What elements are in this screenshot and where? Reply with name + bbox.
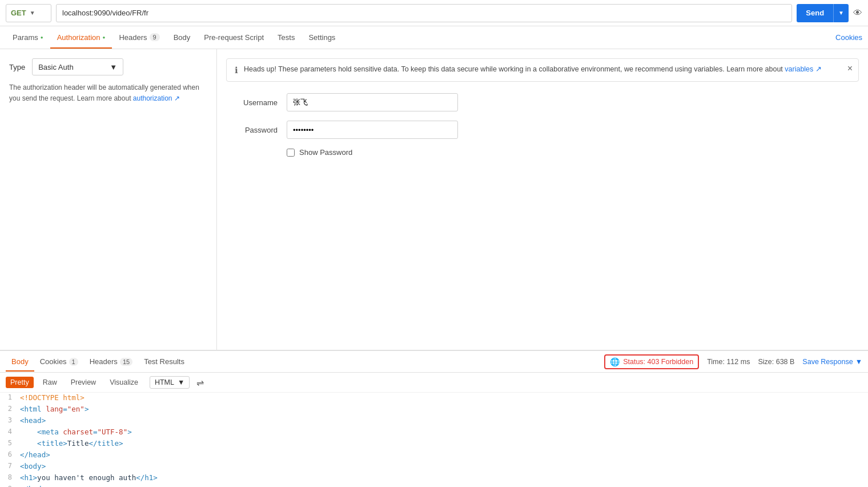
bottom-tab-cookies-label: Cookies [40, 357, 67, 366]
close-banner-button[interactable]: × [847, 63, 853, 74]
line-code-8: <h1>you haven't enough auth</h1> [20, 473, 868, 484]
tab-params-label: Params [13, 33, 38, 42]
format-tab-pretty-label: Pretty [10, 378, 29, 386]
format-tab-preview-label: Preview [71, 378, 96, 386]
format-select[interactable]: HTML ▼ [150, 376, 190, 389]
tab-settings[interactable]: Settings [302, 27, 342, 49]
send-label: Send [797, 9, 833, 17]
bottom-tab-headers[interactable]: Headers15 [84, 353, 138, 372]
bottom-tab-body[interactable]: Body [6, 353, 34, 372]
code-line-6: 6 </head> [0, 450, 868, 461]
password-row: Password [226, 121, 859, 139]
status-badge: 🌐 Status: 403 Forbidden [604, 354, 699, 369]
bottom-panel: Body Cookies1 Headers15 Test Results 🌐 S… [0, 350, 868, 487]
bottom-tab-cookies[interactable]: Cookies1 [34, 353, 84, 372]
line-code-4: <meta charset="UTF-8"> [20, 427, 868, 438]
type-value: Basic Auth [38, 63, 73, 71]
username-label: Username [226, 98, 278, 107]
code-view: 1 <!DOCTYPE html> 2 <html lang="en"> 3 <… [0, 393, 868, 487]
send-arrow-icon[interactable]: ▼ [833, 4, 849, 22]
code-line-2: 2 <html lang="en"> [0, 404, 868, 416]
tab-prerequest-label: Pre-request Script [204, 33, 264, 42]
format-select-chevron-icon: ▼ [178, 378, 184, 386]
username-row: Username [226, 93, 859, 111]
bottom-tabs-bar: Body Cookies1 Headers15 Test Results 🌐 S… [0, 351, 868, 373]
save-response-chevron-icon: ▼ [855, 358, 862, 366]
code-line-4: 4 <meta charset="UTF-8"> [0, 427, 868, 438]
type-row: Type Basic Auth ▼ [9, 58, 207, 75]
tab-prerequest[interactable]: Pre-request Script [197, 27, 271, 49]
username-input[interactable] [287, 93, 458, 111]
time-text: Time: 112 ms [707, 358, 750, 366]
params-dot: ● [41, 35, 43, 40]
tabs-bar: Params● Authorization● Headers9 Body Pre… [0, 26, 868, 49]
line-num-5: 5 [0, 438, 20, 450]
line-num-3: 3 [0, 416, 20, 427]
tab-headers-label: Headers [119, 33, 147, 42]
code-line-1: 1 <!DOCTYPE html> [0, 393, 868, 404]
type-label: Type [9, 63, 25, 71]
main-content: Type Basic Auth ▼ The authorization head… [0, 49, 868, 350]
show-password-label[interactable]: Show Password [299, 148, 352, 157]
auth-description: The authorization header will be automat… [9, 82, 207, 104]
save-response-button[interactable]: Save Response ▼ [802, 358, 862, 366]
show-password-checkbox[interactable] [287, 149, 295, 157]
password-label: Password [226, 126, 278, 134]
format-tab-preview[interactable]: Preview [66, 377, 101, 388]
auth-link[interactable]: authorization ↗ [133, 94, 180, 102]
line-num-1: 1 [0, 393, 20, 404]
type-chevron-icon: ▼ [110, 63, 117, 71]
code-line-9: 9 </body> [0, 484, 868, 487]
save-response-label: Save Response [802, 358, 853, 366]
tab-authorization-label: Authorization [57, 33, 101, 42]
format-tab-visualize-label: Visualize [110, 378, 138, 386]
format-bar: Pretty Raw Preview Visualize HTML ▼ ⇌ [0, 373, 868, 393]
tab-tests-label: Tests [278, 33, 295, 42]
line-num-8: 8 [0, 473, 20, 484]
bottom-right-info: 🌐 Status: 403 Forbidden Time: 112 ms Siz… [604, 354, 862, 369]
tab-params[interactable]: Params● [6, 27, 50, 49]
format-tab-raw[interactable]: Raw [38, 377, 62, 388]
info-banner: ℹ Heads up! These parameters hold sensit… [226, 58, 859, 82]
banner-text: Heads up! These parameters hold sensitiv… [244, 65, 822, 73]
format-tab-raw-label: Raw [43, 378, 57, 386]
top-bar: GET ▼ Send ▼ 👁 [0, 0, 868, 26]
code-line-5: 5 <title>Title</title> [0, 438, 868, 450]
method-select[interactable]: GET ▼ [6, 4, 51, 22]
format-tab-pretty[interactable]: Pretty [6, 377, 34, 388]
bottom-tab-body-label: Body [11, 357, 29, 366]
line-num-4: 4 [0, 427, 20, 438]
line-num-9: 9 [0, 484, 20, 487]
format-select-value: HTML [155, 378, 174, 386]
method-label: GET [11, 9, 26, 17]
show-password-row: Show Password [287, 148, 859, 157]
response-headers-badge: 15 [120, 358, 132, 366]
eye-icon: 👁 [853, 8, 862, 18]
type-dropdown[interactable]: Basic Auth ▼ [32, 58, 123, 75]
bottom-tab-test-results[interactable]: Test Results [138, 353, 190, 372]
line-code-2: <html lang="en"> [20, 404, 868, 416]
url-input[interactable] [56, 4, 792, 22]
cookies-link[interactable]: Cookies [835, 33, 862, 42]
code-line-7: 7 <body> [0, 461, 868, 473]
headers-badge: 9 [150, 33, 160, 41]
wrap-icon[interactable]: ⇌ [196, 377, 204, 388]
password-input[interactable] [287, 121, 458, 139]
size-text: Size: 638 B [758, 358, 794, 366]
line-num-7: 7 [0, 461, 20, 473]
tab-body[interactable]: Body [167, 27, 198, 49]
line-num-2: 2 [0, 404, 20, 416]
send-button[interactable]: Send ▼ [797, 4, 849, 22]
line-code-9: </body> [20, 484, 868, 487]
left-panel: Type Basic Auth ▼ The authorization head… [0, 49, 217, 350]
format-tab-visualize[interactable]: Visualize [105, 377, 143, 388]
line-code-6: </head> [20, 450, 868, 461]
cookies-badge: 1 [69, 358, 78, 366]
line-code-3: <head> [20, 416, 868, 427]
tab-headers[interactable]: Headers9 [112, 27, 166, 49]
status-text: Status: 403 Forbidden [623, 358, 693, 366]
banner-link[interactable]: variables ↗ [785, 65, 822, 73]
tab-authorization[interactable]: Authorization● [50, 27, 112, 49]
tab-settings-label: Settings [308, 33, 335, 42]
tab-tests[interactable]: Tests [271, 27, 302, 49]
